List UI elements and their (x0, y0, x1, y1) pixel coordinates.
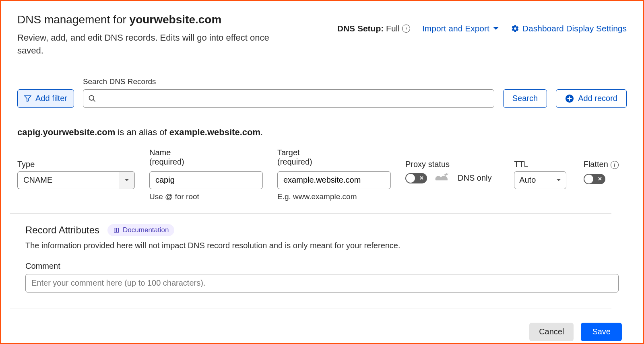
documentation-link[interactable]: Documentation (107, 224, 174, 236)
divider (10, 309, 611, 309)
display-settings-link[interactable]: Dashboard Display Settings (511, 24, 627, 33)
x-icon: ✕ (419, 175, 424, 181)
type-label: Type (17, 160, 35, 169)
alias-summary: capig.yourwebsite.com is an alias of exa… (17, 127, 627, 138)
page-title-domain: yourwebsite.com (130, 13, 222, 26)
divider (10, 213, 611, 214)
record-attributes-description: The information provided here will not i… (25, 241, 619, 250)
target-label: Target (277, 148, 391, 157)
search-button[interactable]: Search (503, 89, 547, 108)
ttl-select[interactable]: Auto (514, 171, 566, 189)
save-button[interactable]: Save (581, 323, 622, 341)
gear-icon (511, 25, 519, 33)
search-button-label: Search (512, 94, 538, 103)
svg-line-1 (93, 99, 95, 101)
import-export-link[interactable]: Import and Export (422, 24, 499, 33)
cloud-icon (433, 171, 451, 185)
type-select[interactable]: CNAME (17, 171, 119, 189)
type-dropdown-button[interactable] (119, 171, 135, 189)
proxy-label: Proxy status (405, 160, 450, 169)
alias-suffix: . (260, 127, 263, 137)
name-label: Name (149, 148, 263, 157)
search-icon (88, 95, 96, 103)
search-input[interactable] (96, 94, 489, 103)
caret-down-icon (493, 27, 499, 31)
page-title-prefix: DNS management for (17, 13, 130, 26)
x-icon: ✕ (598, 176, 602, 182)
flatten-toggle[interactable]: ✕ (584, 174, 605, 184)
info-icon[interactable]: i (611, 161, 619, 169)
add-record-label: Add record (578, 94, 617, 103)
proxy-toggle[interactable]: ✕ (405, 173, 427, 183)
dns-setup-block: DNS Setup: Full i (337, 24, 410, 33)
book-icon (113, 227, 120, 233)
alias-host: capig.yourwebsite.com (17, 127, 115, 137)
save-label: Save (592, 327, 611, 336)
record-attributes-heading: Record Attributes (25, 225, 99, 236)
display-settings-label: Dashboard Display Settings (522, 24, 627, 33)
proxy-value: DNS only (458, 173, 491, 183)
comment-input[interactable] (25, 274, 619, 293)
dns-setup-value: Full (386, 24, 400, 33)
flatten-label: Flatten (584, 160, 608, 169)
alias-mid: is an alias of (115, 127, 169, 137)
target-input[interactable] (277, 171, 391, 189)
add-record-button[interactable]: Add record (556, 89, 627, 108)
cancel-label: Cancel (539, 327, 564, 336)
ttl-label: TTL (514, 160, 528, 169)
import-export-label: Import and Export (422, 24, 489, 33)
page-title: DNS management for yourwebsite.com (17, 12, 283, 27)
type-value: CNAME (23, 175, 52, 185)
svg-point-0 (89, 95, 94, 100)
target-required: (required) (277, 157, 391, 167)
alias-target: example.website.com (169, 127, 260, 137)
cancel-button[interactable]: Cancel (529, 323, 574, 341)
caret-down-icon (124, 179, 129, 182)
comment-label: Comment (25, 262, 619, 271)
name-required: (required) (149, 157, 263, 167)
caret-down-icon (556, 179, 561, 182)
info-icon[interactable]: i (402, 25, 410, 33)
target-help: E.g. www.example.com (277, 192, 391, 201)
page-subtitle: Review, add, and edit DNS records. Edits… (17, 31, 283, 57)
ttl-value: Auto (519, 175, 536, 185)
name-help: Use @ for root (149, 192, 263, 201)
add-filter-label: Add filter (35, 94, 67, 103)
plus-circle-icon (565, 94, 574, 103)
documentation-label: Documentation (123, 226, 169, 234)
search-input-wrap[interactable] (83, 89, 494, 108)
search-label: Search DNS Records (83, 77, 494, 86)
name-input[interactable] (149, 171, 263, 189)
dns-setup-label: DNS Setup: (337, 24, 384, 33)
filter-icon (24, 95, 31, 102)
add-filter-button[interactable]: Add filter (17, 89, 74, 108)
